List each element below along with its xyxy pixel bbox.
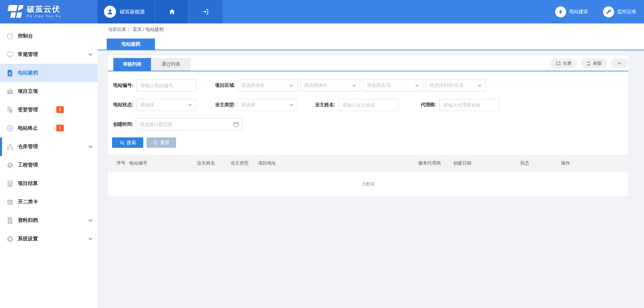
sidebar-item-general-mgmt[interactable]: 常规管理 <box>0 45 98 64</box>
province-select[interactable]: 请选择省份 <box>237 79 298 91</box>
sidebar-item-engineering-mgmt[interactable]: 工程管理 <box>0 156 98 174</box>
tab-review-list[interactable]: 审核列表 <box>113 58 151 71</box>
column-header: 服务代理商 <box>418 160 453 166</box>
filter-form: 电站编号: 项目区域: 请选择省份 请选择城市 请选择县/区 请选择村镇/街道 <box>108 71 628 130</box>
owner-type-label: 业主类型: <box>214 102 235 108</box>
record-icon <box>6 124 14 132</box>
company-name: 破茧新能源 <box>120 9 145 15</box>
date-range-input[interactable] <box>136 118 243 130</box>
content-area: 审核列表 通过列表 全屏 刷新 <box>98 50 644 196</box>
person-icon <box>106 8 114 15</box>
sidebar-item-label: 工程管理 <box>18 162 38 168</box>
logo-title: 破茧云伏 <box>27 5 61 13</box>
sidebar-item-data-archive[interactable]: 资料归档 <box>0 211 98 230</box>
sidebar-item-station-termination[interactable]: 电站终止 1 <box>0 119 98 137</box>
sidebar-item-label: 控制台 <box>18 33 33 39</box>
login-arrow-icon <box>202 8 209 15</box>
sidebar-item-open-card[interactable]: 开二类卡 <box>0 193 98 211</box>
sidebar-item-label: 开二类卡 <box>18 199 38 205</box>
active-indicator-bar <box>0 137 2 156</box>
nav-monitor-ops[interactable]: 监控运维 <box>603 6 636 17</box>
sidebar-item-label: 仓库管理 <box>18 143 38 150</box>
refresh-icon <box>586 61 591 66</box>
owner-type-select[interactable]: 请选择 <box>237 99 298 111</box>
fullscreen-button[interactable]: 全屏 <box>550 58 577 68</box>
city-select[interactable]: 请选择城市 <box>300 79 360 91</box>
sidebar-item-project-initiation[interactable]: 项目立项 <box>0 82 98 101</box>
chevron-down-icon <box>88 218 93 223</box>
topbar: 破茧云伏 Po Jian Yun Fu 破茧新能源 <box>0 0 644 23</box>
column-header: 状态 <box>520 160 561 166</box>
sidebar-item-console[interactable]: 控制台 <box>0 27 98 45</box>
fullscreen-label: 全屏 <box>563 60 572 66</box>
sidebar-item-label: 常规管理 <box>18 51 38 58</box>
logo-subtitle: Po Jian Yun Fu <box>27 15 61 18</box>
caret-down-icon <box>289 85 293 87</box>
search-label: 搜索 <box>127 140 136 146</box>
station-status-select[interactable]: 请选择 <box>137 99 196 111</box>
topbar-right-nav: 电站建设 监控运维 <box>555 0 644 23</box>
sidebar: 控制台 常规管理 电站建档 项目立项 变更管理 1 电站终止 1 <box>0 23 98 308</box>
card-icon <box>6 198 14 206</box>
county-select[interactable]: 请选择县/区 <box>363 79 423 91</box>
date-range-picker[interactable] <box>136 118 243 130</box>
chevron-down-icon <box>88 52 93 57</box>
table-header-row: 序号 电站编号 业主姓名 业主类型 项目地址 服务代理商 创建日期 状态 操作 <box>108 155 628 172</box>
nav-label: 电站建设 <box>569 9 588 15</box>
logo-icon <box>6 5 24 18</box>
create-time-label: 创建时间: <box>112 121 133 127</box>
dashboard-icon <box>6 32 14 40</box>
nav-station-build[interactable]: 电站建设 <box>555 6 588 17</box>
logo: 破茧云伏 Po Jian Yun Fu <box>0 0 98 23</box>
chevron-down-icon <box>88 236 93 241</box>
owner-name-label: 业主姓名: <box>314 102 335 108</box>
sidebar-item-label: 变更管理 <box>18 107 38 113</box>
filter-row-3: 创建时间: <box>112 118 628 130</box>
pages-icon <box>6 106 14 114</box>
sidebar-item-label: 资料归档 <box>18 217 38 224</box>
sidebar-item-project-settlement[interactable]: 项目结算 <box>0 174 98 193</box>
search-button[interactable]: 搜索 <box>112 137 143 148</box>
home-button[interactable] <box>155 0 189 23</box>
agent-input[interactable] <box>439 99 499 111</box>
column-header: 操作 <box>561 160 620 166</box>
sidebar-item-station-filing[interactable]: 电站建档 <box>0 64 98 82</box>
tab-passed-list[interactable]: 通过列表 <box>151 58 191 71</box>
reset-button[interactable]: 重置 <box>147 137 176 148</box>
breadcrumb: 当前位置： 首页 / 电站建档 <box>98 23 644 35</box>
filter-row-1: 电站编号: 项目区域: 请选择省份 请选择城市 请选择县/区 请选择村镇/街道 <box>112 79 628 91</box>
main-area: 当前位置： 首页 / 电站建档 电站建档 审核列表 通过列表 全屏 刷新 <box>98 23 644 308</box>
caret-down-icon <box>352 85 356 87</box>
town-select[interactable]: 请选择村镇/街道 <box>426 79 486 91</box>
sidebar-item-change-mgmt[interactable]: 变更管理 1 <box>0 101 98 119</box>
document-icon <box>6 69 14 77</box>
filter-actions: 搜索 重置 <box>108 137 628 148</box>
column-header: 序号 <box>116 160 129 166</box>
caret-down-icon <box>478 85 482 87</box>
agent-label: 代理商: <box>418 102 436 108</box>
station-code-input[interactable] <box>137 79 196 91</box>
results-table: 序号 电站编号 业主姓名 业主类型 项目地址 服务代理商 创建日期 状态 操作 … <box>108 155 628 196</box>
user-section[interactable]: 破茧新能源 <box>98 0 155 23</box>
owner-name-input[interactable] <box>338 99 398 111</box>
page-tab-station-filing[interactable]: 电站建档 <box>107 39 155 50</box>
breadcrumb-path[interactable]: 首页 / 电站建档 <box>133 26 164 33</box>
sidebar-item-warehouse-mgmt[interactable]: 仓库管理 <box>0 137 98 156</box>
avatar[interactable] <box>104 6 116 18</box>
logout-button[interactable] <box>189 0 222 23</box>
fullscreen-icon <box>556 61 561 66</box>
caret-down-icon <box>188 104 192 107</box>
sidebar-item-system-settings[interactable]: 系统设置 <box>0 230 98 248</box>
station-status-label: 电站状态: <box>112 102 133 108</box>
refresh-button[interactable]: 刷新 <box>581 58 607 68</box>
nav-label: 监控运维 <box>617 9 636 15</box>
filter-row-2: 电站状态: 请选择 业主类型: 请选择 业主姓名: 代理商: <box>112 99 628 111</box>
wrench-icon <box>603 6 614 17</box>
search-icon <box>119 140 125 145</box>
archive-icon <box>6 217 14 225</box>
column-header: 业主类型 <box>230 160 258 166</box>
collapse-button[interactable] <box>611 58 628 68</box>
home-icon <box>168 8 176 15</box>
reset-icon <box>153 140 158 145</box>
card-tab-bar: 审核列表 通过列表 全屏 刷新 <box>108 55 628 71</box>
